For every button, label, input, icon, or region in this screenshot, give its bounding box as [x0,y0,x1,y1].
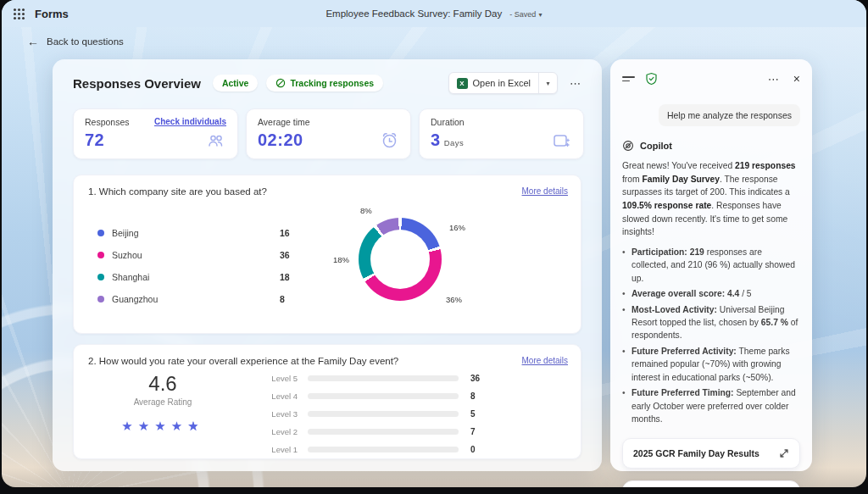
average-rating-label: Average Rating [99,397,226,407]
app-launcher-waffle-icon[interactable] [14,8,25,19]
excel-icon: X [457,78,468,89]
back-to-questions-link[interactable]: ← Back to questions [27,35,124,48]
legend-dot [97,296,104,303]
rating-bar-row: Level 3 5 [260,408,574,419]
results-document-card[interactable]: 2025 GCR Family Day Results [622,438,800,469]
donut-percent-label: 36% [446,295,462,304]
level-value: 5 [470,409,476,419]
level-label: Level 4 [260,391,298,401]
duration-value: 3Days [431,130,572,150]
results-card-title: 2025 GCR Family Day Results [633,448,760,458]
star-rating: ★★★★☆★ [99,419,226,434]
insight-text: Future Preferred Activity: Theme parks r… [632,345,800,384]
duration-number: 3 [431,130,441,149]
duration-label: Duration [431,117,572,127]
legend-dot [97,252,104,258]
back-arrow-icon: ← [27,35,39,48]
legend-count: 16 [280,228,290,238]
insight-item: •Future Preferred Activity: Theme parks … [622,345,800,384]
level-value: 36 [470,374,480,383]
legend-label: Guangzhou [112,294,158,304]
star-icon: ★ [121,419,137,433]
average-rating-value: 4.6 [99,372,226,396]
rating-bar-row: Level 2 7 [260,426,574,436]
insight-text: Most-Loved Activity: Universal Beijing R… [632,303,800,342]
rating-bar-row: Level 1 0 [260,444,574,454]
level-value: 7 [470,427,476,436]
copilot-logo-icon [622,140,634,152]
calendar-sparkle-icon [552,131,572,150]
question-2-card: 2. How would you rate your overall exper… [73,344,581,459]
more-options-button[interactable]: ⋯ [566,75,585,92]
active-status-badge: Active [213,75,259,92]
bar-track [308,375,459,381]
insight-item: •Participation: 219 responses are collec… [622,246,800,285]
insight-text: Future Preferred Timing: September and e… [632,386,800,425]
legend-count: 8 [280,294,285,304]
bar-track [308,429,459,435]
legend-item: Suzhou [97,250,142,260]
question-2-title: 2. How would you rate your overall exper… [88,356,398,366]
back-label: Back to questions [47,36,124,47]
expand-icon[interactable] [779,448,789,458]
shield-check-icon [645,72,658,86]
document-title-text: Employee Feedback Survey: Family Day [326,8,502,19]
bar-track [308,411,459,417]
donut-chart: 16% 36% 18% 8% [359,218,442,301]
copilot-panel: ⋯ × Help me analyze the responses Copilo… [610,59,812,471]
star-icon: ★ [171,419,187,433]
legend-count: 18 [280,272,290,282]
excel-dropdown-button[interactable]: ▾ [538,73,557,93]
average-rating-block: 4.6 Average Rating ★★★★☆★ [99,372,226,434]
desktop-background: Forms Employee Feedback Survey: Family D… [2,0,866,487]
donut-percent-label: 16% [449,223,465,232]
rating-bar-row: Level 4 8 [260,391,574,401]
question-1-title: 1. Which company site are you based at? [88,186,267,197]
tracking-badge-label: Tracking responses [290,78,374,88]
donut-hole [370,230,430,289]
legend-label: Suzhou [112,250,142,260]
saved-dropdown-icon[interactable]: ▾ [539,11,542,19]
duration-stat-card: Duration 3Days [419,108,584,159]
copilot-input-box[interactable]: + [622,480,800,487]
copilot-more-button[interactable]: ⋯ [765,71,783,87]
rating-bar-row: Level 5 36 [260,373,574,383]
question-2-more-details-link[interactable]: More details [522,356,568,365]
level-value: 8 [470,391,476,401]
star-icon: ★ [138,419,154,433]
legend-item: Guangzhou [97,294,158,304]
level-label: Level 2 [260,427,298,436]
insight-item: •Future Preferred Timing: September and … [622,386,800,425]
open-in-excel-button[interactable]: X Open in Excel ▾ [448,72,558,94]
insight-item: •Average overall score: 4.4 / 5 [622,287,800,300]
donut-percent-label: 8% [360,206,372,215]
tracking-icon [275,78,286,88]
responses-overview-panel: Responses Overview Active Tracking respo… [53,59,602,471]
top-app-bar: Forms Employee Feedback Survey: Family D… [2,0,866,27]
chat-menu-icon[interactable] [622,74,635,84]
user-prompt-bubble: Help me analyze the responses [659,104,800,126]
question-1-more-details-link[interactable]: More details [522,186,568,196]
page-title: Responses Overview [73,76,201,91]
bar-track [308,393,459,399]
tracking-responses-badge[interactable]: Tracking responses [266,75,383,92]
legend-label: Shanghai [112,272,149,282]
responses-value: 72 [85,130,226,150]
level-label: Level 1 [260,445,298,454]
average-time-label: Average time [258,117,399,127]
legend-dot [97,230,104,236]
average-time-value: 02:20 [258,130,399,150]
copilot-intro-paragraph: Great news! You've received 219 response… [622,159,800,239]
level-value: 0 [470,445,476,454]
level-label: Level 3 [260,409,298,419]
insight-item: •Most-Loved Activity: Universal Beijing … [622,303,800,342]
chevron-down-icon: ▾ [546,80,549,87]
saved-status: - Saved [509,10,536,19]
close-icon[interactable]: × [793,72,800,86]
legend-label: Beijing [112,228,139,238]
alarm-clock-icon [380,130,399,150]
open-in-excel-label: Open in Excel [473,78,531,88]
donut-percent-label: 18% [333,255,349,264]
people-icon [206,131,226,150]
check-individuals-link[interactable]: Check individuals [154,117,226,126]
